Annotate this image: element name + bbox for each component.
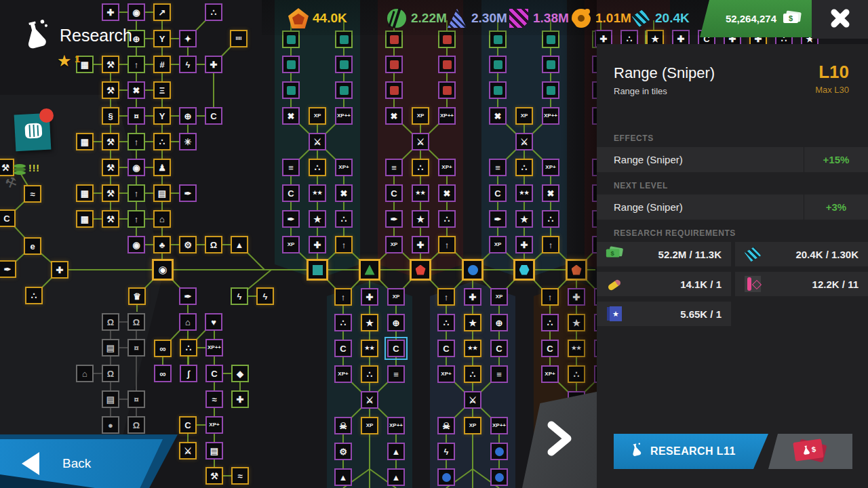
tree-node[interactable]: ≡ <box>490 365 508 383</box>
tree-node[interactable]: § <box>102 107 119 125</box>
tree-node[interactable]: ★ <box>464 314 481 331</box>
tree-node[interactable]: ★★ <box>464 340 481 357</box>
tree-node[interactable] <box>335 56 353 73</box>
tree-node[interactable]: XP++ <box>205 339 223 357</box>
tree-node[interactable]: ⊕ <box>179 107 197 125</box>
tree-node[interactable]: ◉ <box>127 236 145 253</box>
close-button[interactable] <box>812 0 868 39</box>
tree-node[interactable]: ✖ <box>335 184 353 202</box>
tree-node[interactable]: C <box>385 184 403 202</box>
tree-milestone-node[interactable] <box>410 259 431 281</box>
tree-node[interactable]: ☠ <box>334 417 352 434</box>
tree-node[interactable]: XP+ <box>438 159 456 176</box>
tree-node[interactable]: C <box>205 107 222 125</box>
tree-node[interactable]: ⚙ <box>334 443 352 460</box>
tree-node[interactable]: XP <box>515 107 533 125</box>
tree-node[interactable]: ✒ <box>385 210 403 228</box>
tree-node[interactable]: ϟ <box>179 56 197 73</box>
tree-node[interactable]: ∴ <box>309 159 326 176</box>
tree-node[interactable]: XP++ <box>438 107 456 125</box>
tree-node[interactable]: ⚔ <box>361 391 378 409</box>
tree-node[interactable]: ✖ <box>489 107 507 125</box>
tree-node[interactable]: ♟ <box>153 159 171 176</box>
tree-node[interactable]: XP <box>387 288 405 306</box>
tree-node[interactable]: ↑ <box>127 133 145 150</box>
tree-node[interactable]: ✖ <box>385 107 403 125</box>
tree-node[interactable]: ∴ <box>361 365 378 383</box>
tree-node[interactable]: ∞ <box>154 365 172 382</box>
tree-node[interactable]: ≈ <box>205 390 223 408</box>
tree-node[interactable]: ✒ <box>0 260 16 278</box>
tree-node[interactable]: ✚ <box>231 390 249 408</box>
tree-node[interactable]: ↑ <box>542 236 559 253</box>
tree-node[interactable]: ✚ <box>309 236 326 253</box>
tree-node[interactable]: XP <box>490 288 508 306</box>
tree-node[interactable]: ✳ <box>179 133 197 150</box>
tree-node[interactable] <box>335 81 353 99</box>
tree-node[interactable] <box>437 468 455 486</box>
tree-node[interactable]: ● <box>102 416 119 434</box>
tree-node[interactable]: ϟ <box>437 443 455 460</box>
tree-node[interactable]: ⚒ <box>102 159 119 176</box>
tree-node[interactable]: ∴ <box>334 314 352 331</box>
tree-node[interactable]: ★ <box>361 314 378 331</box>
tree-node[interactable]: ⚒ <box>102 133 119 150</box>
tree-node[interactable]: ∫ <box>180 365 197 382</box>
lab-ticket-chip[interactable]: $ <box>768 434 852 469</box>
tree-node[interactable] <box>385 81 403 99</box>
tree-node[interactable]: ▤ <box>205 442 223 460</box>
tree-node[interactable]: ⚔ <box>179 442 197 460</box>
tree-node[interactable]: ⌂ <box>179 313 197 331</box>
tree-node[interactable]: ⚔ <box>464 391 481 409</box>
tree-node[interactable]: ≈ <box>24 185 41 203</box>
tree-node[interactable]: C <box>489 184 507 202</box>
tree-node[interactable]: ↑ <box>541 288 559 306</box>
tree-node[interactable]: ∴ <box>438 210 456 228</box>
tree-node[interactable]: ∴ <box>180 339 197 357</box>
tree-node[interactable] <box>385 56 403 73</box>
tree-node[interactable]: ✒ <box>179 287 197 305</box>
tree-node[interactable]: XP <box>361 417 378 434</box>
tree-node[interactable] <box>438 81 456 99</box>
tree-node[interactable]: C <box>0 209 16 227</box>
tree-node[interactable]: ▲ <box>387 443 405 460</box>
tree-node[interactable]: ⊕ <box>387 314 405 331</box>
tree-node[interactable]: ✚ <box>361 288 378 306</box>
tree-node[interactable]: ↑ <box>127 184 145 202</box>
tree-node[interactable]: Ω <box>102 313 119 331</box>
tree-node[interactable]: ≡ <box>385 159 403 176</box>
tree-node[interactable]: ✖ <box>127 81 145 99</box>
tree-node[interactable]: ¤ <box>127 390 145 408</box>
tree-node[interactable]: ≡ <box>387 365 405 383</box>
tree-node[interactable]: ⚒ <box>102 81 119 99</box>
tree-node[interactable]: ✒ <box>179 184 197 202</box>
tree-node[interactable]: ☠ <box>437 417 455 434</box>
tree-node[interactable]: ♣ <box>153 236 171 253</box>
tree-node[interactable]: C <box>205 365 223 382</box>
tree-node[interactable]: ⚒ <box>102 184 119 202</box>
tree-node[interactable]: ★★ <box>412 184 429 202</box>
tree-node[interactable]: ∴ <box>412 159 429 176</box>
research-button[interactable]: RESEARCH L11 <box>614 434 768 469</box>
tree-node[interactable]: ✚ <box>412 236 429 253</box>
tree-node[interactable]: ∴ <box>515 159 533 176</box>
tree-node[interactable] <box>542 81 559 99</box>
tree-node[interactable]: ⚙ <box>179 236 197 253</box>
tree-node[interactable]: ▤ <box>153 184 171 202</box>
tree-node[interactable]: ↑ <box>334 288 352 306</box>
tree-node[interactable]: ↑ <box>437 288 455 306</box>
tree-node[interactable]: ✒ <box>489 210 507 228</box>
tree-milestone-node[interactable] <box>307 259 328 281</box>
tree-node[interactable]: ✖ <box>438 184 456 202</box>
tree-node[interactable]: XP+ <box>437 365 455 383</box>
tree-hub-node[interactable]: ◉ <box>152 259 174 281</box>
tree-node[interactable]: ∴ <box>335 210 353 228</box>
tree-node[interactable]: C <box>490 340 508 357</box>
tree-node[interactable]: XP+ <box>541 365 559 383</box>
tree-node[interactable]: ∴ <box>542 210 559 228</box>
tree-node[interactable]: ⚒ <box>102 56 119 73</box>
tree-node[interactable]: XP <box>489 236 507 253</box>
tree-node[interactable]: XP+ <box>335 159 353 176</box>
tree-node[interactable]: ▤ <box>102 390 119 408</box>
tree-node[interactable]: ϟ <box>231 287 248 305</box>
